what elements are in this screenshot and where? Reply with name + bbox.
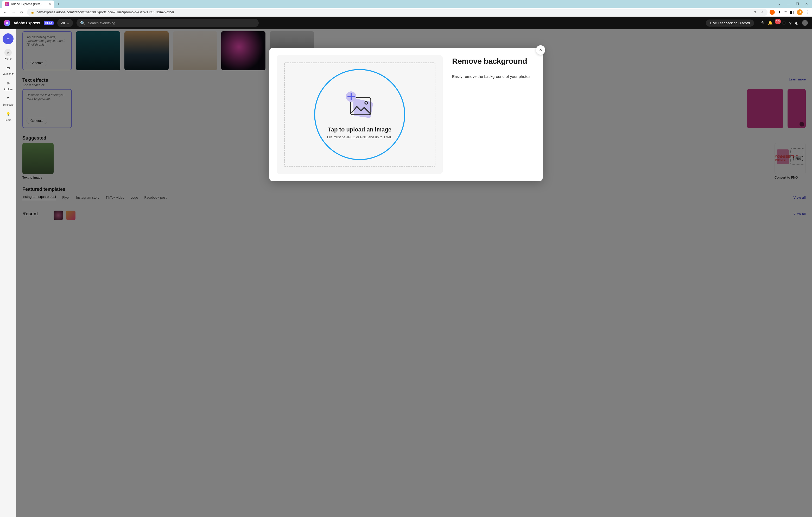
side-panel-icon[interactable]: ◧ bbox=[790, 10, 794, 15]
tab-title: Adobe Express (Beta) bbox=[11, 2, 41, 6]
nav-explore[interactable]: ◎ Explore bbox=[0, 78, 16, 92]
upload-image-icon bbox=[343, 90, 377, 119]
window-close-icon[interactable]: ✕ bbox=[805, 2, 808, 6]
nav-your-stuff[interactable]: 🗀 Your stuff bbox=[0, 63, 16, 77]
window-minimize-icon[interactable]: — bbox=[787, 2, 790, 6]
chrome-menu-icon[interactable]: ⋮ bbox=[806, 10, 810, 15]
home-icon: ⌂ bbox=[4, 49, 12, 56]
upload-drop-zone[interactable]: Tap to upload an image File must be JPEG… bbox=[284, 62, 435, 167]
notifications-icon[interactable]: 🔔22 bbox=[768, 21, 779, 25]
browser-toolbar: ← → ⟳ 🔒 new.express.adobe.com/?showCsatO… bbox=[0, 8, 812, 17]
modal-info-panel: Remove background Easily remove the back… bbox=[452, 55, 535, 174]
compass-icon: ◎ bbox=[4, 80, 12, 87]
folder-icon: 🗀 bbox=[4, 64, 12, 71]
reading-list-icon[interactable]: ≡ bbox=[784, 10, 787, 15]
puzzle-icon[interactable]: ✦ bbox=[778, 10, 781, 15]
close-modal-button[interactable]: ✕ bbox=[536, 45, 545, 55]
upload-circle[interactable]: Tap to upload an image File must be JPEG… bbox=[314, 69, 405, 160]
remove-background-modal: ✕ Tap to upload an image File must be JP… bbox=[269, 48, 543, 181]
app-header: A Adobe Express BETA All ⌄ 🔍 Give Feedba… bbox=[0, 17, 812, 29]
chevron-down-icon: ⌄ bbox=[66, 21, 69, 25]
search-input[interactable] bbox=[88, 21, 255, 25]
cloud-icon[interactable]: ◐ bbox=[795, 21, 799, 25]
chevron-down-icon[interactable]: ⌄ bbox=[778, 2, 781, 6]
url-text: new.express.adobe.com/?showCsatOnExportO… bbox=[36, 10, 174, 14]
url-field[interactable]: 🔒 new.express.adobe.com/?showCsatOnExpor… bbox=[27, 8, 767, 16]
profile-avatar[interactable]: H bbox=[797, 9, 803, 15]
beaker-icon[interactable]: ⚗ bbox=[761, 21, 764, 25]
upload-subtitle: File must be JPEG or PNG and up to 17MB bbox=[327, 135, 393, 139]
browser-tab[interactable]: A Adobe Express (Beta) ✕ bbox=[2, 1, 54, 8]
extension-icon[interactable] bbox=[770, 10, 775, 15]
upload-panel: Tap to upload an image File must be JPEG… bbox=[277, 55, 443, 174]
apps-icon[interactable]: ⊞ bbox=[782, 21, 786, 25]
bookmark-icon[interactable]: ☆ bbox=[761, 10, 764, 14]
favicon: A bbox=[5, 2, 9, 6]
lightbulb-icon: 💡 bbox=[4, 110, 12, 118]
left-nav-rail: + ⌂ Home 🗀 Your stuff ◎ Explore 🗓 Schedu… bbox=[0, 29, 16, 517]
modal-title: Remove background bbox=[452, 57, 535, 66]
search-icon: 🔍 bbox=[80, 21, 85, 26]
back-button[interactable]: ← bbox=[2, 9, 8, 16]
window-controls: ⌄ — ❐ ✕ bbox=[778, 2, 812, 6]
nav-learn[interactable]: 💡 Learn bbox=[0, 109, 16, 123]
create-new-button[interactable]: + bbox=[3, 33, 13, 44]
adobe-logo[interactable]: A bbox=[4, 20, 10, 26]
profile-avatar[interactable] bbox=[802, 20, 808, 26]
new-tab-button[interactable]: ＋ bbox=[56, 1, 60, 7]
calendar-icon: 🗓 bbox=[4, 95, 12, 102]
share-icon[interactable]: ⇧ bbox=[754, 10, 757, 14]
search-filter-dropdown[interactable]: All ⌄ bbox=[57, 19, 72, 27]
help-icon[interactable]: ? bbox=[789, 21, 791, 25]
window-maximize-icon[interactable]: ❐ bbox=[796, 2, 799, 6]
lock-icon: 🔒 bbox=[31, 10, 34, 14]
forward-button[interactable]: → bbox=[10, 9, 17, 16]
brand-name: Adobe Express bbox=[13, 21, 40, 25]
divider bbox=[452, 70, 535, 70]
search-field[interactable]: 🔍 bbox=[77, 19, 259, 27]
feedback-button[interactable]: Give Feedback on Discord bbox=[706, 20, 754, 27]
close-tab-icon[interactable]: ✕ bbox=[49, 2, 52, 6]
nav-schedule[interactable]: 🗓 Schedule bbox=[0, 93, 16, 108]
reload-button[interactable]: ⟳ bbox=[19, 9, 25, 16]
beta-badge: BETA bbox=[44, 21, 54, 25]
upload-title: Tap to upload an image bbox=[328, 126, 392, 133]
nav-home[interactable]: ⌂ Home bbox=[0, 47, 16, 62]
extension-icons: ✦ ≡ ◧ H ⋮ bbox=[770, 9, 810, 15]
modal-description: Easily remove the background of your pho… bbox=[452, 74, 535, 79]
window-titlebar: A Adobe Express (Beta) ✕ ＋ ⌄ — ❐ ✕ bbox=[0, 0, 812, 8]
